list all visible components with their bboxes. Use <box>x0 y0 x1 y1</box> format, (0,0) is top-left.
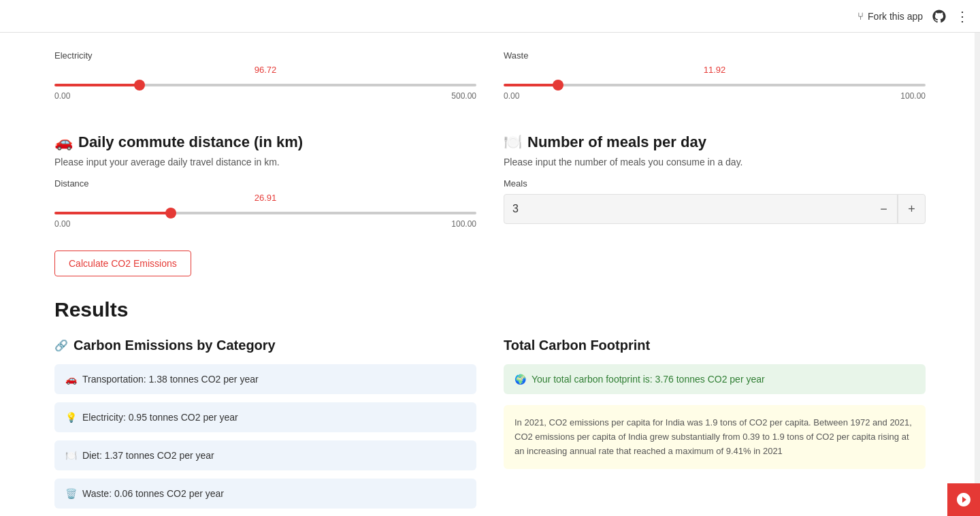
commute-description: Please input your average daily travel d… <box>54 157 476 167</box>
meals-icon: 🍽️ <box>504 133 522 151</box>
diet-icon: 🍽️ <box>65 450 77 461</box>
middle-row: 🚗 Daily commute distance (in km) Please … <box>54 117 926 245</box>
meals-title: 🍽️ Number of meals per day <box>504 133 926 151</box>
transportation-text: Transportation: 1.38 tonnes CO2 per year <box>82 374 259 385</box>
electricity-slider[interactable] <box>54 84 476 86</box>
electricity-value: 96.72 <box>54 65 476 75</box>
meals-value: 3 <box>504 203 870 215</box>
commute-section: 🚗 Daily commute distance (in km) Please … <box>54 117 476 245</box>
electricity-range: 0.00 500.00 <box>54 91 476 101</box>
electricity-emission-text: Electricity: 0.95 tonnes CO2 per year <box>82 412 238 423</box>
emission-card-waste: 🗑️ Waste: 0.06 tonnes CO2 per year <box>54 479 476 509</box>
waste-max: 100.00 <box>900 91 926 101</box>
scrollbar[interactable] <box>975 33 980 516</box>
meals-section: 🍽️ Number of meals per day Please input … <box>504 117 926 245</box>
waste-emission-text: Waste: 0.06 tonnes CO2 per year <box>82 488 224 499</box>
category-column: 🔗 Carbon Emissions by Category 🚗 Transpo… <box>54 338 476 516</box>
commute-max: 100.00 <box>451 219 476 229</box>
transportation-icon: 🚗 <box>65 374 77 385</box>
commute-slider-label: Distance <box>54 178 476 189</box>
electricity-slider-wrapper <box>54 78 476 88</box>
waste-min: 0.00 <box>504 91 519 101</box>
link-icon: 🔗 <box>54 339 68 352</box>
github-button[interactable] <box>931 8 947 25</box>
emission-card-electricity: 💡 Electricity: 0.95 tonnes CO2 per year <box>54 402 476 432</box>
meals-minus-button[interactable]: − <box>870 194 898 224</box>
emission-card-transportation: 🚗 Transportation: 1.38 tonnes CO2 per ye… <box>54 364 476 394</box>
fork-label: Fork this app <box>868 11 923 22</box>
bottom-badge[interactable] <box>947 483 980 516</box>
footprint-result: 🌍 Your total carbon footprint is: 3.76 t… <box>504 364 926 394</box>
electricity-min: 0.00 <box>54 91 70 101</box>
electricity-emission-icon: 💡 <box>65 412 77 423</box>
more-button[interactable]: ⋮ <box>956 8 969 25</box>
waste-section: Waste 11.92 0.00 100.00 <box>504 34 926 117</box>
total-column: Total Carbon Footprint 🌍 Your total carb… <box>504 338 926 516</box>
meals-description: Please input the number of meals you con… <box>504 157 926 167</box>
electricity-max: 500.00 <box>451 91 476 101</box>
waste-value: 11.92 <box>504 65 926 75</box>
waste-slider[interactable] <box>504 84 926 86</box>
commute-slider-wrapper <box>54 206 476 216</box>
meals-stepper: 3 − + <box>504 194 926 224</box>
commute-value: 26.91 <box>54 193 476 203</box>
commute-min: 0.00 <box>54 219 70 229</box>
electricity-section: Electricity 96.72 0.00 500.00 <box>54 34 476 117</box>
results-title: Results <box>54 298 926 321</box>
category-title: 🔗 Carbon Emissions by Category <box>54 338 476 353</box>
commute-range: 0.00 100.00 <box>54 219 476 229</box>
total-footprint-title: Total Carbon Footprint <box>504 338 926 353</box>
waste-slider-wrapper <box>504 78 926 88</box>
commute-icon: 🚗 <box>54 133 73 151</box>
meals-stepper-label: Meals <box>504 178 926 189</box>
badge-icon <box>956 491 972 508</box>
emission-card-diet: 🍽️ Diet: 1.37 tonnes CO2 per year <box>54 440 476 470</box>
fork-button[interactable]: ⑂ Fork this app <box>858 10 923 22</box>
results-grid: 🔗 Carbon Emissions by Category 🚗 Transpo… <box>54 338 926 516</box>
results-section: Results 🔗 Carbon Emissions by Category 🚗… <box>54 298 926 516</box>
commute-title: 🚗 Daily commute distance (in km) <box>54 133 476 151</box>
waste-range: 0.00 100.00 <box>504 91 926 101</box>
electricity-label: Electricity <box>54 50 476 61</box>
topbar: ⑂ Fork this app ⋮ <box>0 0 980 33</box>
meals-plus-button[interactable]: + <box>898 194 925 224</box>
waste-emission-icon: 🗑️ <box>65 488 77 499</box>
diet-text: Diet: 1.37 tonnes CO2 per year <box>82 450 214 461</box>
footprint-info: In 2021, CO2 emissions per capita for In… <box>504 405 926 469</box>
commute-slider[interactable] <box>54 212 476 214</box>
main-content: Electricity 96.72 0.00 500.00 Waste 11.9… <box>0 34 980 516</box>
calculate-button[interactable]: Calculate CO2 Emissions <box>54 251 191 276</box>
waste-label: Waste <box>504 50 926 61</box>
fork-icon: ⑂ <box>858 10 864 22</box>
footprint-value: Your total carbon footprint is: 3.76 ton… <box>532 374 765 385</box>
top-sliders-row: Electricity 96.72 0.00 500.00 Waste 11.9… <box>54 34 926 117</box>
earth-icon: 🌍 <box>514 374 526 385</box>
